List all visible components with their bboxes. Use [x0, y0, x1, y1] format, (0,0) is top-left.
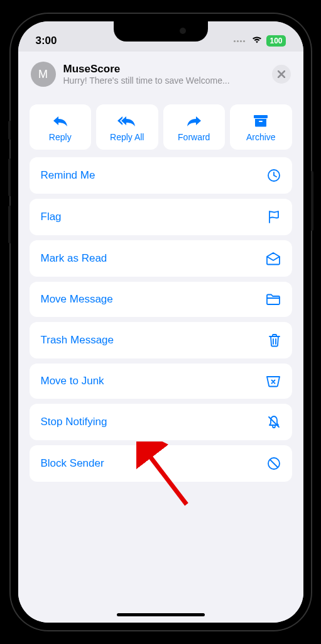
device-notch	[114, 21, 208, 42]
junk-bin-icon	[266, 375, 281, 387]
move-message-label: Move Message	[41, 293, 113, 306]
envelope-open-icon	[266, 252, 281, 265]
archive-icon	[253, 113, 268, 128]
folder-icon	[266, 293, 281, 306]
svg-rect-0	[254, 115, 268, 118]
reply-icon	[52, 113, 68, 128]
flag-icon	[267, 210, 281, 224]
block-icon	[267, 457, 281, 470]
move-junk-label: Move to Junk	[41, 375, 104, 387]
archive-button[interactable]: Archive	[230, 104, 292, 150]
flag-item[interactable]: Flag	[30, 199, 292, 235]
bell-slash-icon	[267, 415, 281, 429]
block-sender-label: Block Sender	[41, 457, 104, 470]
status-time: 3:00	[36, 35, 57, 47]
block-sender-item[interactable]: Block Sender	[30, 445, 292, 482]
clock-icon	[267, 169, 281, 182]
close-button[interactable]	[272, 65, 291, 84]
sender-name: MuseScore	[63, 63, 264, 75]
archive-label: Archive	[246, 132, 276, 142]
reply-button[interactable]: Reply	[30, 104, 92, 150]
move-message-item[interactable]: Move Message	[30, 282, 292, 317]
reply-label: Reply	[49, 132, 72, 142]
forward-label: Forward	[178, 132, 210, 142]
email-preview: Hurry! There's still time to save Welcom…	[63, 75, 264, 86]
mark-read-item[interactable]: Mark as Read	[30, 240, 292, 277]
stop-notifying-item[interactable]: Stop Notifying	[30, 404, 292, 440]
svg-rect-1	[259, 121, 263, 122]
pagination-dots-icon	[234, 40, 245, 42]
reply-all-label: Reply All	[110, 132, 144, 142]
trash-message-item[interactable]: Trash Message	[30, 322, 292, 358]
home-indicator[interactable]	[117, 613, 205, 616]
forward-button[interactable]: Forward	[163, 104, 226, 150]
move-junk-item[interactable]: Move to Junk	[30, 364, 292, 399]
reply-all-button[interactable]: Reply All	[96, 104, 158, 150]
remind-me-item[interactable]: Remind Me	[30, 157, 292, 194]
reply-all-icon	[117, 113, 136, 128]
remind-me-label: Remind Me	[41, 169, 95, 182]
battery-indicator: 100	[266, 35, 285, 47]
email-header: M MuseScore Hurry! There's still time to…	[18, 52, 303, 92]
flag-label: Flag	[41, 211, 62, 223]
trash-icon	[268, 333, 281, 347]
trash-message-label: Trash Message	[41, 334, 114, 347]
stop-notifying-label: Stop Notifying	[41, 416, 107, 428]
sender-avatar: M	[31, 62, 56, 87]
mark-read-label: Mark as Read	[41, 252, 107, 265]
forward-icon	[186, 113, 202, 128]
wifi-icon	[251, 35, 263, 47]
